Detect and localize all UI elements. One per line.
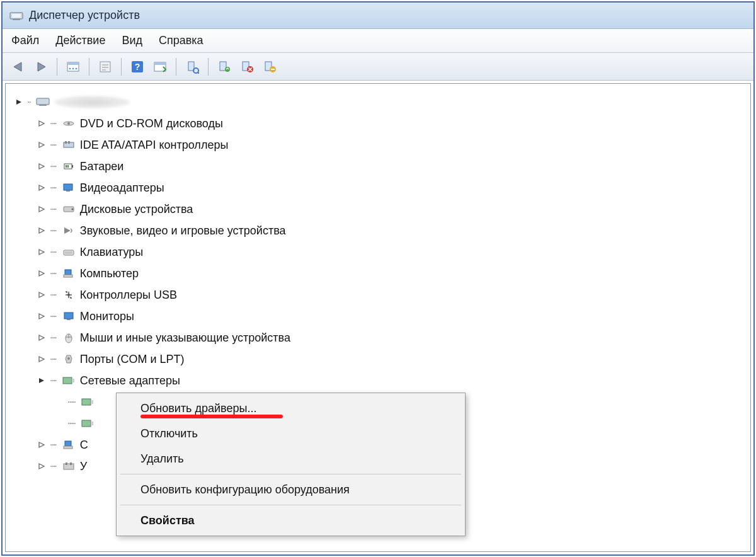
svg-point-31 bbox=[67, 122, 70, 125]
expand-icon[interactable] bbox=[37, 462, 46, 471]
tree-connector: ···· bbox=[50, 139, 56, 151]
tree-connector: ···· bbox=[50, 311, 56, 322]
tree-item-label: Видеоадаптеры bbox=[80, 181, 164, 195]
menu-action[interactable]: Действие bbox=[55, 34, 105, 47]
svg-rect-15 bbox=[154, 62, 166, 65]
svg-rect-64 bbox=[66, 462, 67, 465]
expand-icon[interactable] bbox=[37, 226, 46, 235]
properties-icon[interactable] bbox=[96, 57, 115, 76]
svg-rect-63 bbox=[64, 464, 74, 469]
tree-item-label: Контроллеры USB bbox=[80, 289, 177, 302]
tree-item[interactable]: ····Компьютер bbox=[12, 263, 744, 284]
toolbar: ? bbox=[3, 53, 753, 81]
scan-icon[interactable] bbox=[151, 57, 169, 76]
tree-connector: ···· bbox=[50, 439, 56, 451]
menu-rescan-hardware[interactable]: Обновить конфигурацию оборудования bbox=[118, 477, 464, 502]
menu-disable[interactable]: Отключить bbox=[118, 421, 464, 446]
expand-icon[interactable] bbox=[37, 440, 46, 449]
tree-item-label: Дисковые устройства bbox=[80, 203, 193, 216]
svg-rect-50 bbox=[67, 319, 71, 320]
forward-button[interactable] bbox=[32, 57, 50, 76]
collapse-icon[interactable] bbox=[14, 98, 23, 106]
tree-item-label: Сетевые адаптеры bbox=[80, 374, 180, 388]
tree-item[interactable]: ····DVD и CD-ROM дисководы bbox=[12, 113, 744, 134]
tree-item[interactable]: ····IDE ATA/ATAPI контроллеры bbox=[12, 134, 744, 156]
menu-view[interactable]: Вид bbox=[122, 34, 142, 47]
help-icon[interactable]: ? bbox=[128, 57, 147, 76]
tree-item[interactable]: ····Мыши и иные указывающие устройства bbox=[12, 327, 744, 348]
svg-rect-57 bbox=[82, 399, 91, 405]
tree-item[interactable]: ····Батареи bbox=[12, 156, 744, 177]
tree-item-label: Звуковые, видео и игровые устройства bbox=[80, 224, 286, 238]
menubar: Файл Действие Вид Справка bbox=[3, 29, 753, 53]
disable-icon[interactable] bbox=[260, 57, 279, 76]
svg-rect-40 bbox=[66, 190, 70, 192]
expand-icon[interactable] bbox=[37, 312, 46, 321]
expand-icon[interactable] bbox=[37, 333, 46, 342]
menu-update-drivers[interactable]: Обновить драйверы... bbox=[118, 396, 464, 421]
tree-connector: ···· bbox=[50, 161, 56, 172]
menu-help[interactable]: Справка bbox=[159, 34, 203, 47]
svg-rect-56 bbox=[72, 379, 74, 382]
tree-item[interactable]: ····Звуковые, видео и игровые устройства bbox=[12, 220, 744, 241]
expand-icon[interactable] bbox=[37, 162, 46, 171]
category-icon bbox=[61, 245, 76, 259]
svg-text:?: ? bbox=[135, 62, 140, 72]
expand-icon[interactable] bbox=[37, 141, 46, 149]
tree-connector: ···· bbox=[50, 246, 56, 258]
expand-icon[interactable] bbox=[37, 269, 46, 278]
tree-connector: ···· bbox=[50, 225, 56, 236]
category-icon bbox=[61, 224, 76, 238]
scan-hardware-icon[interactable] bbox=[183, 57, 202, 76]
show-hidden-icon[interactable] bbox=[64, 57, 83, 76]
svg-rect-55 bbox=[63, 377, 72, 384]
tree-item[interactable]: ····Мониторы bbox=[12, 306, 744, 327]
tree-connector: ···· bbox=[50, 461, 56, 472]
expand-icon[interactable] bbox=[37, 376, 46, 385]
tree-item[interactable]: ····Порты (COM и LPT) bbox=[12, 348, 744, 370]
tree-item[interactable]: ····Видеоадаптеры bbox=[12, 177, 744, 198]
uninstall-icon[interactable] bbox=[238, 57, 256, 76]
context-menu: Обновить драйверы... Отключить Удалить О… bbox=[116, 393, 466, 536]
tree-connector: ···· bbox=[50, 182, 56, 193]
tree-item[interactable]: ····Контроллеры USB bbox=[12, 284, 744, 306]
tree-item[interactable]: ····Дисковые устройства bbox=[12, 198, 744, 220]
expand-icon[interactable] bbox=[37, 205, 46, 214]
tree-item-label: Компьютер bbox=[80, 267, 139, 280]
category-icon bbox=[61, 138, 76, 152]
menu-file[interactable]: Файл bbox=[11, 34, 39, 47]
menu-delete[interactable]: Удалить bbox=[118, 446, 464, 471]
svg-rect-28 bbox=[37, 98, 49, 105]
expand-icon[interactable] bbox=[37, 290, 46, 299]
tree-connector: ···· bbox=[50, 353, 56, 365]
expand-icon[interactable] bbox=[37, 183, 46, 192]
svg-rect-34 bbox=[68, 141, 70, 144]
window-title: Диспетчер устройств bbox=[29, 9, 140, 22]
tree-root[interactable]: ·· bbox=[12, 91, 744, 113]
svg-rect-4 bbox=[67, 62, 79, 65]
toolbar-separator bbox=[176, 58, 176, 76]
svg-rect-43 bbox=[64, 250, 74, 255]
update-driver-icon[interactable] bbox=[215, 57, 234, 76]
category-icon bbox=[61, 331, 76, 345]
expand-icon[interactable] bbox=[37, 248, 46, 256]
tree-connector: ···· bbox=[50, 118, 56, 129]
tree-item[interactable]: ····Сетевые адаптеры bbox=[12, 370, 744, 391]
menu-separator bbox=[120, 505, 461, 505]
highlight-annotation bbox=[140, 415, 283, 418]
svg-rect-33 bbox=[65, 141, 67, 144]
network-card-icon bbox=[80, 416, 95, 430]
tree-connector: ····· bbox=[67, 418, 75, 429]
menu-item-label: Удалить bbox=[140, 452, 184, 466]
expand-icon[interactable] bbox=[37, 119, 46, 128]
menu-properties[interactable]: Свойства bbox=[118, 508, 464, 533]
back-button[interactable] bbox=[9, 57, 28, 76]
tree-connector: ···· bbox=[50, 268, 56, 279]
svg-rect-47 bbox=[64, 275, 72, 277]
expand-icon[interactable] bbox=[37, 355, 46, 364]
tree-item[interactable]: ····Клавиатуры bbox=[12, 241, 744, 263]
tree-item-label: Порты (COM и LPT) bbox=[80, 353, 185, 366]
tree-item-label: IDE ATA/ATAPI контроллеры bbox=[80, 139, 229, 152]
svg-rect-39 bbox=[64, 184, 72, 190]
category-icon bbox=[61, 181, 76, 195]
